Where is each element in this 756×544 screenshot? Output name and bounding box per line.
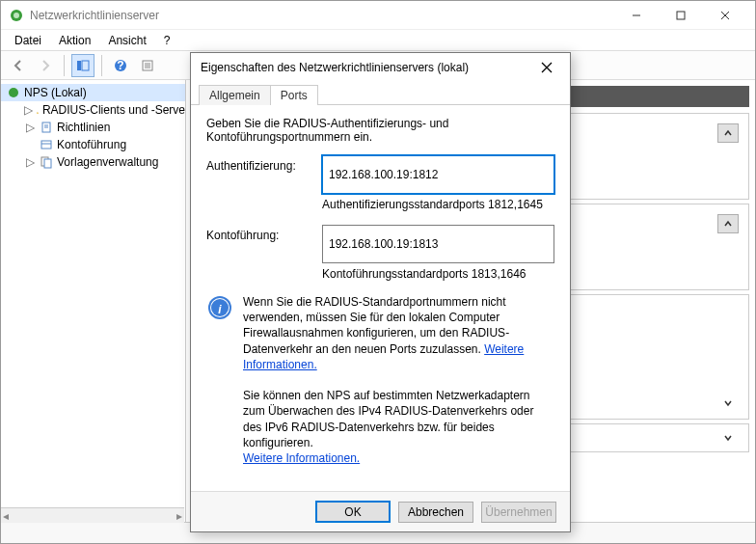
info-text-1: Wenn Sie die RADIUS-Standardportnummern … [243,295,509,356]
dialog-intro-text: Geben Sie die RADIUS-Authentifizierungs-… [206,117,554,144]
menu-file[interactable]: Datei [7,32,49,49]
tree-root-nps[interactable]: NPS (Lokal) [1,84,185,101]
dialog-close-button[interactable] [533,54,560,81]
dialog-titlebar: Eigenschaften des Netzwerkrichtlinienser… [191,53,570,82]
tab-ports[interactable]: Ports [270,85,318,105]
info-section: i Wenn Sie die RADIUS-Standardportnummer… [206,294,554,466]
policies-icon [40,121,53,134]
toolbar-separator-2 [101,55,102,76]
acct-port-input[interactable] [322,225,554,263]
forward-button[interactable] [34,54,57,77]
expand-button[interactable] [717,428,739,448]
tree-horizontal-scrollbar[interactable]: ◂ ▸ [1,507,184,522]
tree-root-label: NPS (Lokal) [24,86,87,99]
accounting-icon [40,138,53,151]
auth-label: Authentifizierung: [206,155,322,173]
expand-icon[interactable]: ▷ [24,121,36,134]
svg-rect-6 [77,61,81,70]
tree-item-radius-clients[interactable]: ▷ RADIUS-Clients und -Serve [1,101,185,119]
info-text-block: Wenn Sie die RADIUS-Standardportnummern … [243,294,554,466]
tree-item-label: Kontoführung [57,138,126,151]
tab-general[interactable]: Allgemein [199,85,271,105]
info-icon: i [206,294,233,466]
tree-item-label: RADIUS-Clients und -Serve [42,103,185,117]
svg-text:?: ? [117,59,123,72]
ok-button[interactable]: OK [315,501,391,523]
more-info-link-2[interactable]: Weitere Informationen. [243,451,360,465]
acct-field-row: Kontoführung: [206,225,554,263]
acct-hint: Kontoführungsstandardports 1813,1646 [322,267,554,281]
templates-icon [40,155,53,169]
acct-label: Kontoführung: [206,225,322,242]
menu-action[interactable]: Aktion [51,32,98,49]
svg-point-14 [9,88,18,97]
tree-item-templates[interactable]: ▷ Vorlagenverwaltung [1,153,185,171]
expand-icon[interactable]: ▷ [24,103,33,117]
window-title: Netzwerkrichtlinienserver [30,9,614,22]
svg-rect-7 [82,61,89,70]
properties-button[interactable] [136,54,159,77]
svg-rect-3 [677,12,685,19]
dialog-body: Geben Sie die RADIUS-Authentifizierungs-… [191,105,570,491]
folder-icon [37,103,39,117]
app-icon [9,8,24,23]
dialog-title: Eigenschaften des Netzwerkrichtlinienser… [201,61,533,74]
collapse-button[interactable] [717,214,739,233]
tree-item-label: Vorlagenverwaltung [57,155,158,169]
collapse-button[interactable] [717,123,739,143]
main-titlebar: Netzwerkrichtlinienserver [1,1,755,30]
nps-icon [7,86,20,99]
svg-point-1 [14,13,19,18]
auth-hint: Authentifizierungsstandardports 1812,164… [322,198,554,211]
properties-dialog: Eigenschaften des Netzwerkrichtlinienser… [190,52,571,532]
menubar: Datei Aktion Ansicht ? [1,30,755,51]
cancel-button[interactable]: Abbrechen [398,502,473,523]
auth-port-input[interactable] [322,155,554,194]
dialog-tabs: Allgemein Ports [191,82,570,105]
expand-button[interactable] [717,394,739,413]
tree-item-accounting[interactable]: Kontoführung [1,136,185,153]
tree-item-label: Richtlinien [57,121,110,134]
info-text-2: Sie können den NPS auf bestimmten Netzwe… [243,389,533,449]
help-button[interactable]: ? [109,54,132,77]
minimize-button[interactable] [614,1,659,30]
scroll-left-icon[interactable]: ◂ [3,509,9,523]
svg-rect-21 [44,159,51,168]
expand-icon[interactable]: ▷ [24,155,36,169]
dialog-button-row: OK Abbrechen Übernehmen [191,491,570,531]
tree-item-policies[interactable]: ▷ Richtlinien [1,119,185,136]
nav-tree[interactable]: NPS (Lokal) ▷ RADIUS-Clients und -Serve … [1,80,186,522]
scroll-right-icon[interactable]: ▸ [176,509,182,523]
svg-rect-18 [41,141,51,149]
show-hide-tree-button[interactable] [71,54,94,77]
auth-field-row: Authentifizierung: [206,155,554,194]
apply-button[interactable]: Übernehmen [481,502,556,523]
menu-help[interactable]: ? [156,32,178,49]
menu-view[interactable]: Ansicht [100,32,153,49]
maximize-button[interactable] [659,1,703,30]
toolbar-separator [64,55,65,76]
back-button[interactable] [7,54,30,77]
close-button[interactable] [703,1,747,30]
